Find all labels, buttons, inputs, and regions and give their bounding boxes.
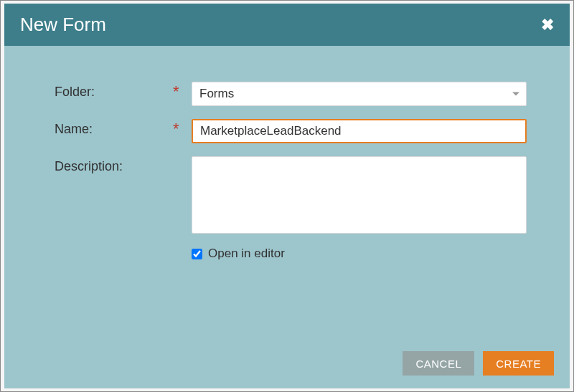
open-in-editor-row: Open in editor (55, 247, 527, 261)
description-row: Description: (55, 156, 527, 234)
folder-select-wrap: Forms (192, 82, 527, 106)
name-row: Name: * (55, 119, 527, 143)
dialog-body: Folder: * Forms Name: * Description: Ope… (4, 46, 570, 341)
dialog-header: New Form ✖ (4, 4, 570, 46)
new-form-dialog: New Form ✖ Folder: * Forms Name: * Descr… (4, 4, 570, 388)
close-icon[interactable]: ✖ (541, 16, 554, 34)
open-in-editor-checkbox[interactable] (192, 249, 202, 259)
folder-row: Folder: * Forms (55, 82, 527, 106)
required-icon: * (173, 82, 187, 102)
name-label: Name: (55, 119, 173, 137)
dialog-title: New Form (20, 14, 106, 36)
required-icon: * (173, 119, 187, 139)
open-in-editor-label: Open in editor (208, 247, 285, 261)
description-textarea[interactable] (192, 156, 527, 234)
folder-select[interactable]: Forms (192, 82, 527, 106)
create-button[interactable]: CREATE (483, 351, 554, 376)
folder-label: Folder: (55, 82, 173, 100)
folder-select-value: Forms (199, 87, 234, 101)
name-input[interactable] (192, 119, 527, 143)
dialog-footer: CANCEL CREATE (4, 341, 570, 388)
description-label: Description: (55, 156, 173, 174)
chevron-down-icon (512, 92, 519, 96)
cancel-button[interactable]: CANCEL (403, 351, 474, 376)
